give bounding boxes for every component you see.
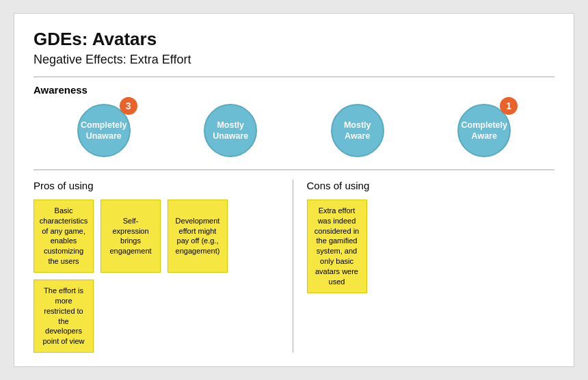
pros-note-2: Development effort might pay off (e.g., … [168, 200, 228, 273]
pros-bold: Pros [34, 180, 55, 191]
pros-note-0: Basic characteristics of any game, enabl… [34, 200, 94, 273]
pros-of-label: of using [57, 180, 94, 191]
subtitle-bold: Negative Effects: [34, 53, 126, 66]
awareness-label: Awareness [34, 84, 554, 96]
top-divider [34, 77, 554, 77]
cons-title: Cons of using [307, 180, 555, 191]
badge-1: 1 [500, 97, 518, 115]
awareness-item-mostly-unaware: Mostly Unaware [204, 104, 257, 157]
pros-column: Pros of using Basic characteristics of a… [34, 180, 293, 353]
awareness-item-completely-aware: 1 Completely Aware [457, 104, 511, 157]
cons-bold: Cons [307, 180, 331, 191]
page-title: GDEs: Avatars [34, 29, 554, 50]
main-card: GDEs: Avatars Negative Effects: Extra Ef… [14, 13, 574, 367]
cons-note-0: Extra effort was indeed considered in th… [307, 200, 367, 293]
pros-note-3: The effort is more restricted to the dev… [34, 280, 94, 353]
circle-mostly-unaware: Mostly Unaware [204, 104, 257, 157]
pros-note-1: Self-expression brings engagement [101, 200, 161, 273]
pros-notes-row: Basic characteristics of any game, enabl… [34, 200, 282, 353]
badge-3: 3 [120, 97, 137, 115]
circle-mostly-aware: Mostly Aware [331, 104, 384, 157]
page-subtitle: Negative Effects: Extra Effort [34, 53, 554, 67]
cons-notes-row: Extra effort was indeed considered in th… [307, 200, 555, 293]
pros-title: Pros of using [34, 180, 282, 191]
cons-of-label: of using [334, 180, 370, 191]
bottom-section: Pros of using Basic characteristics of a… [34, 169, 554, 353]
cons-column: Cons of using Extra effort was indeed co… [293, 180, 555, 353]
awareness-item-completely-unaware: 3 Completely Unaware [77, 104, 131, 157]
awareness-row: 3 Completely Unaware Mostly Unaware Most… [34, 104, 554, 157]
awareness-item-mostly-aware: Mostly Aware [331, 104, 384, 157]
subtitle-normal: Extra Effort [130, 53, 191, 66]
